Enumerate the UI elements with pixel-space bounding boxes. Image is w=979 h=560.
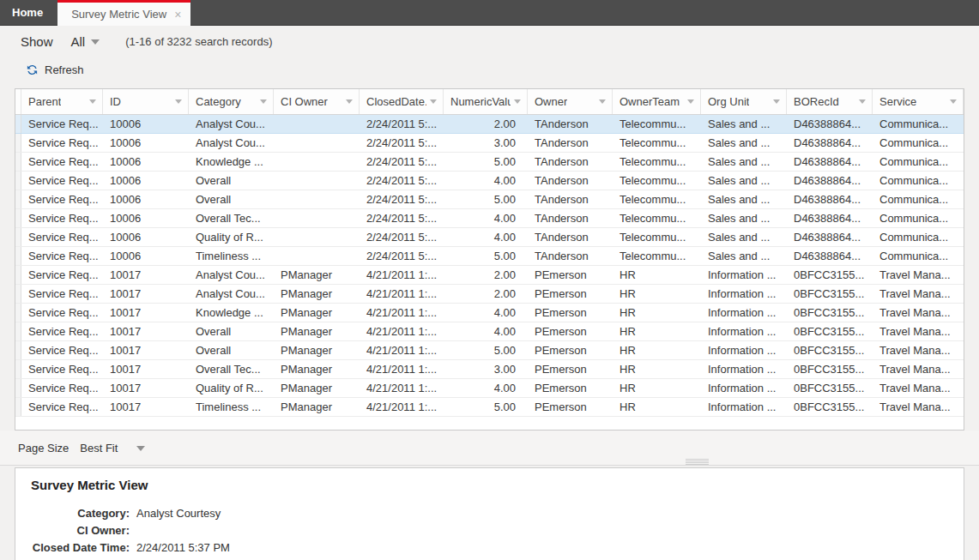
- table-row[interactable]: Service Req...10006Overall2/24/2011 5:..…: [15, 172, 964, 190]
- grid-cell: 5.00: [444, 153, 528, 171]
- grid-cell: 2/24/2011 5:...: [360, 247, 444, 265]
- table-row[interactable]: Service Req...10006Analyst Cou...2/24/20…: [15, 134, 964, 153]
- column-header-borecid[interactable]: BORecId: [787, 89, 873, 114]
- table-row[interactable]: Service Req...10006Overall2/24/2011 5:..…: [15, 190, 964, 209]
- refresh-label: Refresh: [45, 63, 84, 76]
- row-indicator: [15, 209, 21, 227]
- column-header-label: Service: [879, 95, 916, 108]
- row-indicator: [15, 115, 21, 133]
- row-indicator: [15, 228, 21, 246]
- grid-cell: 0BFCC3155...: [787, 322, 873, 340]
- tab-close-icon[interactable]: ×: [174, 9, 181, 21]
- grid-cell: Telecommu...: [613, 209, 701, 227]
- column-header-ci-owner[interactable]: CI Owner: [274, 89, 360, 114]
- table-row[interactable]: Service Req...10006Quality of R...2/24/2…: [15, 228, 964, 247]
- grid-cell: Quality of R...: [189, 379, 274, 397]
- grid-cell: Telecommu...: [613, 190, 701, 208]
- show-label: Show: [21, 34, 53, 49]
- filter-icon[interactable]: [346, 99, 353, 104]
- column-header-id[interactable]: ID: [103, 89, 189, 114]
- grid-cell: [274, 247, 360, 265]
- splitter-handle[interactable]: [686, 459, 709, 465]
- column-header-service[interactable]: Service: [873, 89, 964, 114]
- grid-cell: Knowledge ...: [189, 304, 274, 322]
- column-header-owner[interactable]: Owner: [528, 89, 613, 114]
- grid-cell: Telecommu...: [613, 247, 701, 265]
- filter-icon[interactable]: [599, 99, 606, 104]
- grid-cell: 4.00: [444, 322, 528, 340]
- column-header-parent[interactable]: Parent: [21, 89, 103, 114]
- filter-icon[interactable]: [687, 99, 694, 104]
- detail-field: Closed Date Time:2/24/2011 5:37 PM: [31, 539, 964, 557]
- grid-cell: TAnderson: [528, 134, 613, 152]
- refresh-button[interactable]: Refresh: [26, 63, 84, 76]
- grid-cell: Telecommu...: [613, 134, 701, 152]
- detail-field-label: CI Owner:: [31, 522, 130, 539]
- table-row[interactable]: Service Req...10017OverallPManager4/21/2…: [15, 322, 964, 341]
- grid-cell: TAnderson: [528, 190, 613, 208]
- grid-cell: 4/21/2011 1:...: [360, 322, 444, 340]
- table-row[interactable]: Service Req...10017Analyst Cou...PManage…: [15, 285, 964, 304]
- row-indicator: [15, 285, 21, 303]
- column-header-closeddate-[interactable]: ClosedDate..: [360, 89, 444, 114]
- tab-survey-metric-view[interactable]: Survey Metric View ×: [57, 0, 190, 26]
- filter-icon[interactable]: [430, 99, 437, 104]
- grid-cell: 2/24/2011 5:...: [360, 134, 444, 152]
- refresh-icon: [26, 63, 39, 76]
- column-header-org-unit[interactable]: Org Unit: [701, 89, 787, 114]
- grid-cell: D46388864...: [787, 247, 873, 265]
- grid-cell: Communica...: [873, 209, 964, 227]
- grid-cell: 10017: [103, 285, 189, 303]
- grid-cell: Travel Mana...: [873, 285, 964, 303]
- detail-panel: Survey Metric View Category:Analyst Cour…: [15, 467, 964, 560]
- grid-cell: D46388864...: [787, 115, 873, 133]
- grid-cell: 10017: [103, 379, 189, 397]
- grid-cell: 5.00: [444, 398, 528, 416]
- table-row[interactable]: Service Req...10006Timeliness ...2/24/20…: [15, 247, 964, 266]
- filter-icon[interactable]: [859, 99, 866, 104]
- filter-icon[interactable]: [175, 99, 182, 104]
- table-row[interactable]: Service Req...10017Overall Tec...PManage…: [15, 360, 964, 379]
- grid-cell: Quality of R...: [189, 228, 274, 246]
- records-count: (1-16 of 3232 search records): [125, 35, 272, 48]
- detail-panel-title: Survey Metric View: [31, 478, 964, 492]
- column-header-ownerteam[interactable]: OwnerTeam: [613, 89, 701, 114]
- table-row[interactable]: Service Req...10017Knowledge ...PManager…: [15, 304, 964, 322]
- grid-cell: 0BFCC3155...: [787, 398, 873, 416]
- grid-cell: Sales and ...: [701, 228, 787, 246]
- filter-icon[interactable]: [260, 99, 267, 104]
- grid-cell: Service Req...: [21, 115, 103, 133]
- page-size-dropdown[interactable]: Best Fit: [80, 442, 145, 455]
- filter-icon[interactable]: [514, 99, 521, 104]
- grid-cell: 0BFCC3155...: [787, 266, 873, 284]
- table-row[interactable]: Service Req...10006Overall Tec...2/24/20…: [15, 209, 964, 228]
- table-row[interactable]: Service Req...10017OverallPManager4/21/2…: [15, 341, 964, 360]
- grid-cell: Information ...: [701, 379, 787, 397]
- table-row[interactable]: Service Req...10017Timeliness ...PManage…: [15, 398, 964, 417]
- grid-cell: 4.00: [444, 304, 528, 322]
- grid-cell: 2/24/2011 5:...: [360, 190, 444, 208]
- grid-cell: 4/21/2011 1:...: [360, 304, 444, 322]
- detail-field-value: D46388864D074614828712677E38B9E7: [136, 557, 342, 560]
- show-dropdown[interactable]: All: [71, 34, 100, 49]
- grid-cell: PManager: [274, 379, 360, 397]
- filter-icon[interactable]: [89, 99, 96, 104]
- column-header-category[interactable]: Category: [189, 89, 274, 114]
- grid-cell: 5.00: [444, 247, 528, 265]
- grid-cell: HR: [613, 379, 701, 397]
- grid-cell: Communica...: [873, 247, 964, 265]
- table-row[interactable]: Service Req...10006Analyst Cou...2/24/20…: [15, 115, 964, 134]
- grid-cell: Sales and ...: [701, 190, 787, 208]
- grid-cell: 10017: [103, 398, 189, 416]
- table-row[interactable]: Service Req...10017Quality of R...PManag…: [15, 379, 964, 398]
- filter-icon[interactable]: [773, 99, 780, 104]
- filter-icon[interactable]: [950, 99, 957, 104]
- column-header-numericvalu[interactable]: NumericValu: [444, 89, 528, 114]
- grid-cell: Overall: [189, 190, 274, 208]
- table-row[interactable]: Service Req...10017Analyst Cou...PManage…: [15, 266, 964, 285]
- tab-home[interactable]: Home: [0, 0, 57, 25]
- grid-cell: 4.00: [444, 228, 528, 246]
- table-row[interactable]: Service Req...10006Knowledge ...2/24/201…: [15, 153, 964, 172]
- grid-cell: Overall Tec...: [189, 360, 274, 378]
- grid-cell: Overall: [189, 341, 274, 359]
